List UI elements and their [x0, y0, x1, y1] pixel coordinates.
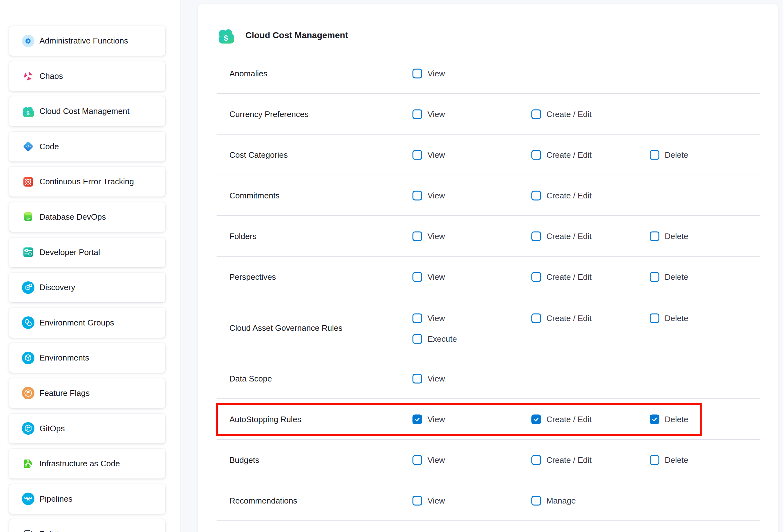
resource-label: Recommendations [229, 496, 297, 506]
delete-checkbox[interactable] [650, 231, 659, 241]
sidebar-item-infrastructure-as-code[interactable]: Infrastructure as Code [9, 449, 165, 478]
create-edit-checkbox[interactable] [531, 314, 541, 323]
sidebar-item-developer-portal[interactable]: Developer Portal [9, 238, 165, 267]
sidebar-item-continuous-error-tracking[interactable]: Continuous Error Tracking [9, 167, 165, 196]
delete-checkbox[interactable] [650, 272, 659, 282]
permission-cell-create-edit: Create / Edit [531, 150, 592, 160]
environment-groups-icon [22, 316, 34, 329]
permission-row-autostopping-rules: AutoStopping RulesViewCreate / EditDelet… [198, 399, 778, 440]
permission-cell-manage: Manage [531, 496, 576, 506]
execute-checkbox[interactable] [412, 334, 422, 344]
create-edit-checkbox[interactable] [531, 150, 541, 160]
sidebar-item-feature-flags[interactable]: Feature Flags [9, 378, 165, 408]
view-checkbox[interactable] [412, 231, 422, 241]
delete-checkbox[interactable] [650, 455, 659, 465]
permission-cell-create-edit: Create / Edit [531, 314, 592, 323]
discovery-icon [22, 281, 34, 294]
permissions-list: AnomaliesViewCurrency PreferencesViewCre… [198, 53, 778, 521]
environments-icon [22, 352, 34, 364]
sidebar-item-administrative-functions[interactable]: Administrative Functions [9, 26, 165, 56]
sidebar-item-label: Infrastructure as Code [39, 459, 120, 468]
permission-cell-delete: Delete [650, 231, 688, 241]
permission-cell-view: View [412, 455, 445, 465]
sidebar-item-label: Environment Groups [39, 318, 114, 327]
permission-label: View [428, 69, 445, 79]
infrastructure-as-code-icon [22, 458, 34, 470]
sidebar-item-environment-groups[interactable]: Environment Groups [9, 308, 165, 338]
sidebar-item-label: Developer Portal [39, 248, 100, 257]
permission-cell-view: View [412, 191, 445, 200]
view-checkbox[interactable] [412, 415, 422, 424]
sidebar-item-label: Administrative Functions [39, 36, 128, 46]
sidebar-item-policies[interactable]: Policies [9, 519, 165, 532]
create-edit-checkbox[interactable] [531, 455, 541, 465]
permission-label: View [428, 496, 445, 506]
create-edit-checkbox[interactable] [531, 272, 541, 282]
view-checkbox[interactable] [412, 272, 422, 282]
permission-cell-view: View [412, 150, 445, 160]
permission-label: View [428, 191, 445, 200]
view-checkbox[interactable] [412, 455, 422, 465]
permission-label: Create / Edit [546, 272, 592, 282]
sidebar-item-code[interactable]: </>Code [9, 132, 165, 161]
permission-cell-view: View [412, 374, 445, 384]
pipelines-icon [22, 493, 34, 505]
permission-cell-create-edit: Create / Edit [531, 455, 592, 465]
view-checkbox[interactable] [412, 314, 422, 323]
chaos-icon [22, 70, 34, 82]
permission-cell-delete: Delete [650, 314, 688, 323]
permission-label: Create / Edit [546, 191, 592, 200]
permission-label: Delete [665, 455, 688, 465]
permission-cell-create-edit: Create / Edit [531, 109, 592, 119]
cloud-cost-management-icon: $ [217, 28, 235, 44]
permission-cell-delete: Delete [650, 150, 688, 160]
sidebar-item-chaos[interactable]: Chaos [9, 61, 165, 91]
create-edit-checkbox[interactable] [531, 191, 541, 200]
permission-cell-create-edit: Create / Edit [531, 231, 592, 241]
create-edit-checkbox[interactable] [531, 415, 541, 424]
view-checkbox[interactable] [412, 374, 422, 384]
permission-cell-create-edit: Create / Edit [531, 191, 592, 200]
feature-flags-icon [22, 387, 34, 399]
sidebar-item-pipelines[interactable]: Pipelines [9, 484, 165, 514]
sidebar-item-label: Continuous Error Tracking [39, 177, 134, 187]
developer-portal-icon [22, 246, 34, 258]
view-checkbox[interactable] [412, 69, 422, 79]
permission-cell-view: View [412, 231, 445, 241]
administrative-functions-icon [22, 35, 34, 47]
delete-checkbox[interactable] [650, 150, 659, 160]
resource-label: Cost Categories [229, 150, 288, 160]
create-edit-checkbox[interactable] [531, 231, 541, 241]
resource-label: Currency Preferences [229, 109, 309, 119]
sidebar-item-gitops[interactable]: GitOps [9, 414, 165, 443]
sidebar-item-label: Database DevOps [39, 212, 106, 222]
permission-row-cost-categories: Cost CategoriesViewCreate / EditDelete [198, 134, 778, 175]
view-checkbox[interactable] [412, 496, 422, 506]
delete-checkbox[interactable] [650, 314, 659, 323]
resource-label: Cloud Asset Governance Rules [229, 323, 342, 333]
database-devops-icon: ∞ [22, 211, 34, 223]
permission-label: Delete [665, 150, 688, 160]
sidebar-item-database-devops[interactable]: ∞Database DevOps [9, 202, 165, 232]
view-checkbox[interactable] [412, 150, 422, 160]
resource-label: Folders [229, 231, 257, 241]
sidebar-item-label: Environments [39, 353, 89, 363]
permission-label: Create / Edit [546, 231, 592, 241]
resource-label: Anomalies [229, 69, 267, 79]
create-edit-checkbox[interactable] [531, 109, 541, 119]
policies-icon [22, 528, 34, 532]
manage-checkbox[interactable] [531, 496, 541, 506]
permission-row-currency-preferences: Currency PreferencesViewCreate / Edit [198, 94, 778, 134]
resource-label: Budgets [229, 455, 259, 465]
sidebar-item-discovery[interactable]: Discovery [9, 273, 165, 302]
view-checkbox[interactable] [412, 191, 422, 200]
permission-cell-delete: Delete [650, 455, 688, 465]
sidebar-item-cloud-cost-management[interactable]: $Cloud Cost Management [9, 96, 165, 126]
delete-checkbox[interactable] [650, 415, 659, 424]
card-header: $ Cloud Cost Management [198, 4, 778, 53]
sidebar-item-environments[interactable]: Environments [9, 343, 165, 373]
sidebar-item-label: Pipelines [39, 494, 72, 504]
view-checkbox[interactable] [412, 109, 422, 119]
sidebar-item-label: Code [39, 142, 59, 152]
resource-label: Perspectives [229, 272, 276, 282]
